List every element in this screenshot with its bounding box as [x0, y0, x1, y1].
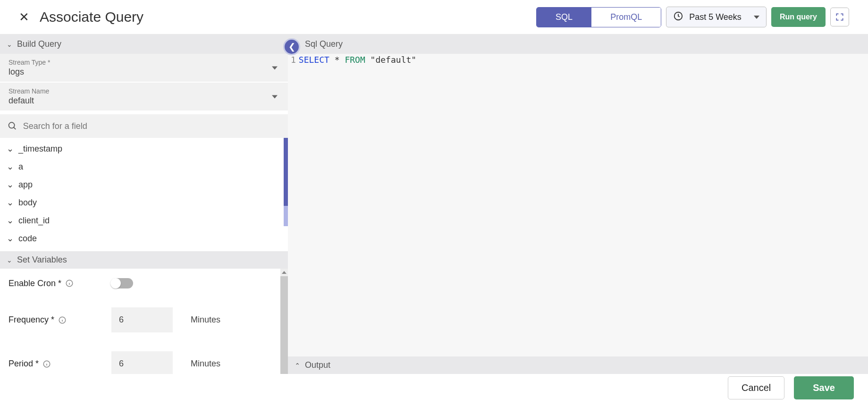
run-query-button[interactable]: Run query [771, 7, 826, 27]
chevron-down-icon: ⌄ [7, 179, 14, 190]
time-range-select[interactable]: Past 5 Weeks [666, 7, 767, 27]
scrollbar-thumb[interactable] [284, 138, 288, 206]
field-label: client_id [18, 216, 50, 226]
sql-keyword: SELECT [299, 55, 329, 65]
chevron-up-icon: ⌄ [295, 362, 300, 369]
toggle-knob [110, 278, 121, 288]
field-item[interactable]: ⌄code [0, 229, 288, 247]
header: ✕ Associate Query SQL PromQL Past 5 Week… [0, 0, 868, 34]
period-unit: Minutes [191, 359, 220, 369]
sql-keyword: FROM [345, 55, 365, 65]
stream-type-label: Stream Type * [8, 59, 279, 66]
chevron-down-icon: ⌄ [7, 215, 14, 226]
chevron-left-icon: ❮ [288, 42, 295, 52]
frequency-row: Frequency * Minutes [8, 307, 279, 332]
field-item[interactable]: ⌄a [0, 158, 288, 176]
frequency-label: Frequency * [8, 315, 93, 325]
label-text: Frequency * [8, 315, 54, 325]
scrollbar-thumb[interactable] [284, 206, 288, 226]
sql-token: * [335, 55, 340, 65]
field-list-container: ⌄_timestamp ⌄a ⌄app ⌄body ⌄client_id ⌄co… [0, 138, 288, 251]
fullscreen-button[interactable] [830, 8, 849, 26]
scrollbar-thumb[interactable] [280, 276, 288, 374]
chevron-down-icon: ⌄ [7, 233, 14, 244]
enable-cron-row: Enable Cron * [8, 278, 279, 288]
field-list: ⌄_timestamp ⌄a ⌄app ⌄body ⌄client_id ⌄co… [0, 138, 288, 251]
stream-name-value: default [8, 96, 279, 106]
clock-icon [673, 11, 683, 23]
chevron-down-icon: ⌄ [7, 161, 14, 172]
enable-cron-toggle[interactable] [111, 278, 133, 288]
field-label: app [18, 180, 33, 190]
frequency-input[interactable] [111, 307, 173, 332]
save-button[interactable]: Save [794, 376, 854, 399]
set-variables-header[interactable]: ⌄ Set Variables [0, 251, 288, 269]
page-title: Associate Query [40, 9, 143, 25]
output-title: Output [305, 360, 330, 370]
build-query-header[interactable]: ⌄ Build Query [0, 34, 288, 54]
field-label: code [18, 234, 37, 244]
frequency-unit: Minutes [191, 315, 220, 325]
tab-promql[interactable]: PromQL [591, 8, 661, 27]
sql-query-title: Sql Query [305, 39, 343, 49]
sql-token: "default" [371, 55, 417, 65]
collapse-sidebar-button[interactable]: ❮ [283, 38, 300, 55]
scrollbar-up-button[interactable] [280, 269, 288, 276]
chevron-down-icon [754, 16, 759, 19]
footer: Cancel Save [714, 369, 868, 407]
build-query-title: Build Query [17, 39, 61, 49]
chevron-down-icon: ⌄ [7, 41, 12, 48]
field-item[interactable]: ⌄client_id [0, 212, 288, 229]
field-label: _timestamp [18, 144, 62, 154]
chevron-down-icon: ⌄ [7, 144, 14, 154]
tab-sql[interactable]: SQL [537, 8, 591, 27]
close-icon[interactable]: ✕ [19, 10, 29, 25]
info-icon[interactable] [58, 316, 67, 324]
set-variables-title: Set Variables [17, 255, 67, 265]
field-label: body [18, 198, 37, 208]
svg-point-1 [9, 122, 15, 128]
stream-type-select[interactable]: Stream Type * logs [0, 54, 288, 82]
field-item[interactable]: ⌄_timestamp [0, 140, 288, 158]
cancel-button[interactable]: Cancel [728, 376, 784, 399]
label-text: Enable Cron * [8, 279, 61, 288]
period-row: Period * Minutes [8, 351, 279, 374]
enable-cron-label: Enable Cron * [8, 279, 93, 288]
chevron-down-icon: ⌄ [7, 197, 14, 208]
time-range-label: Past 5 Weeks [689, 12, 742, 22]
info-icon[interactable] [65, 279, 74, 288]
header-left: ✕ Associate Query [19, 9, 143, 25]
right-panel: ⌄ Sql Query 1SELECT * FROM "default" ⌄ O… [288, 34, 868, 374]
field-item[interactable]: ⌄app [0, 176, 288, 194]
stream-name-label: Stream Name [8, 87, 279, 95]
line-number: 1 [291, 55, 296, 65]
sql-query-header[interactable]: ⌄ Sql Query [288, 34, 868, 54]
info-icon[interactable] [42, 360, 51, 368]
variables-panel: Enable Cron * Frequency * Minutes Period… [0, 269, 288, 374]
label-text: Period * [8, 359, 39, 369]
chevron-down-icon [272, 66, 278, 69]
period-input[interactable] [111, 351, 173, 374]
sql-editor[interactable]: 1SELECT * FROM "default" [288, 54, 868, 356]
chevron-down-icon [272, 95, 278, 98]
field-item[interactable]: ⌄body [0, 194, 288, 212]
stream-type-value: logs [8, 67, 279, 77]
main: ❮ ⌄ Build Query Stream Type * logs Strea… [0, 34, 868, 374]
field-label: a [18, 162, 23, 172]
query-type-tabs: SQL PromQL [536, 7, 661, 27]
stream-name-select[interactable]: Stream Name default [0, 83, 288, 110]
field-search-input[interactable] [23, 121, 280, 131]
chevron-down-icon: ⌄ [7, 256, 12, 264]
field-search[interactable] [0, 114, 288, 138]
search-icon [8, 121, 17, 131]
left-panel: ⌄ Build Query Stream Type * logs Stream … [0, 34, 288, 374]
period-label: Period * [8, 359, 93, 369]
header-right: SQL PromQL Past 5 Weeks Run query [536, 7, 849, 27]
